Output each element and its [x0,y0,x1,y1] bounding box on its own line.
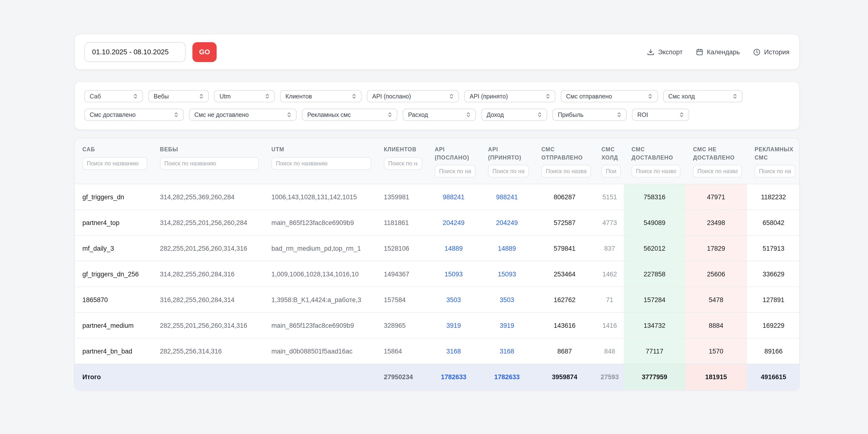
column-header-clients: КЛИЕНТОВ [376,138,427,184]
cell-api-accepted[interactable]: 3503 [480,287,534,313]
filter-select-api-принято[interactable]: API (принято) [464,90,555,102]
filter-select-доход[interactable]: Доход [481,109,547,121]
cell-webs: 282,255,201,256,260,314,316 [152,313,264,338]
filter-select-расход[interactable]: Расход [403,109,476,121]
search-input-clients[interactable] [384,157,422,170]
search-input-api-sent[interactable] [435,165,475,178]
cell-ad-sms: 658042 [747,210,800,235]
chevron-up-down-icon [461,112,471,118]
filter-select-прибыль[interactable]: Прибыль [553,109,627,121]
filter-row-2: Смс доставленоСмс не доставленоРекламных… [84,109,789,121]
cell-utm: 1006,143,1028,131,142,1015 [264,184,376,210]
cell-api-sent[interactable]: 3503 [427,287,480,313]
cell-sms-hold: 4773 [596,210,624,235]
cell-ad-sms: 89166 [747,338,800,364]
filter-select-смс-доставлено[interactable]: Смс доставлено [84,109,184,121]
toolbar: 01.10.2025 - 08.10.2025 GO ЭкспортКаленд… [74,34,800,70]
cell-api-sent[interactable]: 204249 [427,210,480,235]
date-range-input[interactable]: 01.10.2025 - 08.10.2025 [84,42,186,62]
filter-select-label: Клиентов [285,93,312,100]
search-input-api-accepted[interactable] [488,165,529,178]
search-input-sub[interactable] [83,157,147,170]
column-header-ad-sms: РЕКЛАМНЫХ СМС [747,138,800,184]
toolbar-actions: ЭкспортКалендарьИстория [647,48,789,56]
filter-select-рекламных-смс[interactable]: Рекламных смс [302,109,397,121]
filter-select-смс-холд[interactable]: Смс холд [663,90,742,102]
filter-select-label: Рекламных смс [307,111,351,118]
filter-select-вебы[interactable]: Вебы [148,90,209,102]
cell-api-accepted[interactable]: 988241 [480,184,534,210]
filter-select-label: Саб [90,93,101,100]
column-header-webs: ВЕБЫ [152,138,264,184]
chevron-up-down-icon [194,93,205,99]
cell-api-sent[interactable]: 3919 [427,313,480,338]
total-cell-utm [264,364,376,390]
cell-api-sent[interactable]: 3168 [427,338,480,364]
table-row: partner4_bn_bad282,255,256,314,316main_d… [74,338,800,364]
table-row: gf_triggers_dn314,282,255,369,260,284100… [74,184,800,210]
column-header-sms-delivered: СМС ДОСТАВЛЕНО [624,138,685,184]
search-input-sms-undelivered[interactable] [693,165,742,178]
filter-select-саб[interactable]: Саб [84,90,143,102]
cell-ad-sms: 336629 [747,261,800,287]
cell-webs: 314,282,255,260,284,316 [152,261,264,287]
cell-api-accepted[interactable]: 204249 [480,210,534,235]
chevron-up-down-icon [675,112,685,118]
total-cell-webs [152,364,264,390]
cell-api-sent[interactable]: 14889 [427,235,480,261]
action-label: Экспорт [658,48,683,56]
toolbar-left: 01.10.2025 - 08.10.2025 GO [84,42,217,62]
search-input-utm[interactable] [271,157,371,170]
cell-sms-hold: 1462 [596,261,624,287]
column-label: СМС ОТПРАВЛЕНО [541,145,591,162]
cell-api-sent[interactable]: 988241 [427,184,480,210]
cell-sms-undelivered: 17829 [685,235,747,261]
column-header-api-sent: API (ПОСЛАНО) [427,138,480,184]
cell-api-sent[interactable]: 15093 [427,261,480,287]
search-input-sms-sent[interactable] [541,165,591,178]
filter-select-utm[interactable]: Utm [214,90,275,102]
column-label: API (ПРИНЯТО) [488,145,529,162]
cell-sms-sent: 253464 [534,261,596,287]
cell-api-accepted[interactable]: 14889 [480,235,534,261]
cell-sms-hold: 837 [596,235,624,261]
search-input-webs[interactable] [160,157,259,170]
search-input-sms-hold[interactable] [601,165,621,178]
cell-sub: gf_triggers_dn [74,184,152,210]
cell-utm: 1,3958:B_K1,4424:a_работе,3 [264,287,376,313]
chevron-up-down-icon [347,93,357,99]
table-row: gf_triggers_dn_256314,282,255,260,284,31… [74,261,800,287]
chevron-up-down-icon [169,112,179,118]
download-icon [647,48,655,56]
cell-api-accepted[interactable]: 3919 [480,313,534,338]
cell-webs: 314,282,255,201,256,260,284 [152,210,264,235]
go-button[interactable]: GO [192,42,217,62]
filter-select-label: Вебы [154,93,169,100]
calendar-button[interactable]: Календарь [695,48,740,56]
total-cell-sms-delivered: 3777959 [624,364,685,390]
cell-clients: 157584 [376,287,427,313]
chevron-up-down-icon [612,112,622,118]
filter-select-label: Доход [487,111,504,118]
cell-api-accepted[interactable]: 15093 [480,261,534,287]
cell-sub: 1865870 [74,287,152,313]
cell-sms-delivered: 758316 [624,184,685,210]
total-cell-sms-undelivered: 181915 [685,364,747,390]
total-cell-api-sent: 1782633 [427,364,480,390]
cell-api-accepted[interactable]: 3168 [480,338,534,364]
search-input-ad-sms[interactable] [754,165,795,178]
cell-ad-sms: 1182232 [747,184,800,210]
filter-select-клиентов[interactable]: Клиентов [280,90,362,102]
table-row: partner4_top314,282,255,201,256,260,284m… [74,210,800,235]
total-cell-sms-sent: 3959874 [534,364,596,390]
search-input-sms-delivered[interactable] [631,165,680,178]
filter-select-label: Смс доставлено [90,111,136,118]
filter-select-смс-отправлено[interactable]: Смс отправлено [561,90,658,102]
filter-select-api-послано[interactable]: API (послано) [367,90,459,102]
export-button[interactable]: Экспорт [647,48,683,56]
filter-select-roi[interactable]: ROI [632,109,689,121]
filter-select-смс-не-доставлено[interactable]: Смс не доставлено [189,109,297,121]
cell-sms-delivered: 549089 [624,210,685,235]
history-button[interactable]: История [752,48,789,56]
cell-sms-delivered: 134732 [624,313,685,338]
